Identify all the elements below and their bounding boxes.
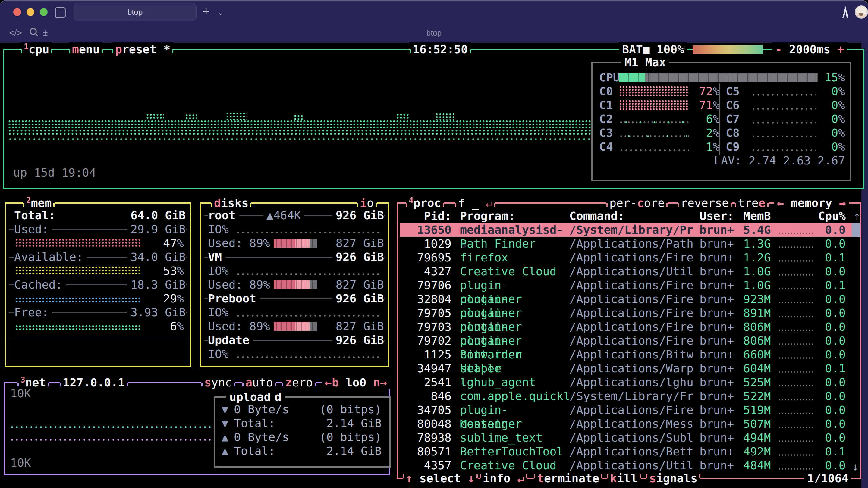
mem-total-row: Total: 64.0 GiB	[7, 208, 188, 222]
process-row[interactable]: 4357 Creative Cloud U /Applications/Util…	[400, 458, 861, 472]
process-mem: 5.4G	[743, 223, 777, 237]
process-row[interactable]: 78938 sublime_text /Applications/Subl br…	[400, 431, 861, 445]
core-row: C2 6% C7 0%	[594, 112, 848, 126]
net-sync-button[interactable]: sync	[201, 376, 235, 390]
process-row[interactable]: 79702 plugin-container /Applications/Fir…	[400, 334, 861, 348]
process-row[interactable]: 13650 mediaanalysisd-a /System/Library/P…	[400, 223, 861, 237]
process-mem: 484M	[743, 458, 777, 472]
process-cpu: 0.0	[811, 375, 846, 389]
core-graph	[619, 86, 689, 97]
process-pid: 1125	[401, 348, 452, 361]
sidebar-toggle-icon[interactable]	[55, 7, 66, 18]
process-row[interactable]: 32804 plugin-container /Applications/Fir…	[400, 292, 861, 306]
process-user: brun+	[700, 251, 742, 264]
process-cpu: 0.0	[811, 334, 846, 348]
mem-used-row: Used: 29.9 GiB	[7, 222, 188, 236]
core-row: C3 2% C8 0%	[594, 126, 848, 140]
sort-selector[interactable]: ← memory →	[774, 196, 849, 210]
minimize-button[interactable]	[27, 8, 34, 16]
mem-cached-meter	[15, 297, 142, 303]
terminal-tab[interactable]: btop	[73, 3, 196, 21]
interval-increase-button[interactable]: +	[837, 43, 844, 56]
process-pid: 79703	[401, 320, 452, 334]
process-program: Creative Cloud U	[460, 458, 568, 472]
process-row[interactable]: 79695 firefox /Applications/Fire brun+ 1…	[400, 251, 861, 264]
mem-free-row: Free: 3.93 GiB	[7, 305, 188, 319]
user-avatar[interactable]	[855, 5, 868, 19]
update-interval: - 2000ms +	[772, 42, 847, 56]
load-average: LAV: 2.74 2.63 2.67	[714, 154, 845, 167]
disks-io-toggle[interactable]: io	[357, 196, 377, 210]
process-mem-history	[778, 412, 812, 415]
net-interface-switcher[interactable]: ←b lo0 n→	[322, 376, 390, 390]
new-tab-button[interactable]: +	[203, 5, 210, 18]
scroll-down-icon[interactable]: ↓	[852, 460, 859, 473]
process-program: plugin-container	[460, 306, 568, 320]
select-hint[interactable]: ↑ select ↓	[403, 471, 478, 485]
process-row[interactable]: 80048 Messenger /Applications/Mess brun+…	[400, 417, 861, 431]
process-user: brun+	[700, 445, 742, 458]
process-cpu: 0.0	[811, 348, 846, 361]
process-cpu: 0.0	[811, 389, 846, 403]
enter-icon: ↵	[486, 196, 493, 210]
proc-section: 4proc f _ ↵ per-core reverse tree ← memo…	[397, 202, 861, 479]
proc-filter-input[interactable]: f _ ↵	[455, 196, 495, 210]
clock: 16:52:50	[410, 42, 471, 56]
scroll-up-icon[interactable]: ↑	[854, 209, 861, 223]
signals-button[interactable]: signals	[646, 471, 701, 485]
process-command: /Applications/Fire	[569, 292, 699, 306]
process-row[interactable]: 79703 plugin-container /Applications/Fir…	[400, 320, 861, 334]
process-cpu: 0.1	[811, 361, 846, 375]
disk-io-row: IO%	[203, 305, 386, 319]
process-program: firefox	[460, 251, 568, 264]
process-row[interactable]: 79705 plugin-container /Applications/Fir…	[400, 306, 861, 320]
menu-button[interactable]: menu	[69, 42, 103, 56]
reverse-toggle[interactable]: reverse	[678, 196, 732, 210]
process-mem-history	[778, 384, 812, 387]
process-row[interactable]: 34705 plugin-container /Applications/Fir…	[400, 403, 861, 417]
tree-toggle[interactable]: tree	[735, 196, 769, 210]
process-row[interactable]: 846 com.apple.quickl /System/Library/Fr …	[400, 389, 861, 403]
disk-io-row: IO%	[203, 264, 386, 278]
proc-title: 4proc	[406, 196, 444, 210]
disk-used-row: Used: 89% 827 GiB	[203, 319, 386, 333]
process-table-header: Pid: Program: Command: User: MemB Cpu% ↑	[400, 209, 861, 223]
download-total-row: ▼ Total: 2.14 GiB	[217, 416, 388, 430]
close-button[interactable]	[13, 8, 21, 16]
process-row[interactable]: 4327 Creative Cloud /Applications/Util b…	[400, 264, 861, 278]
net-zero-button[interactable]: zero	[282, 376, 316, 390]
interval-decrease-button[interactable]: -	[775, 43, 782, 56]
net-scale-bottom: 10K	[10, 456, 31, 469]
process-row[interactable]: 1029 Path Finder /Applications/Path brun…	[400, 237, 861, 251]
process-command: /Applications/Fire	[569, 278, 699, 292]
process-mem-history	[778, 329, 812, 332]
preset-button[interactable]: preset *	[112, 42, 173, 56]
process-row[interactable]: 80571 BetterTouchTool /Applications/Bett…	[400, 445, 861, 458]
core-graph	[619, 135, 689, 138]
net-auto-button[interactable]: auto	[242, 376, 276, 390]
process-mem-history	[778, 260, 812, 262]
zoom-button[interactable]	[40, 8, 48, 16]
upload-arrow-icon: ▲	[221, 444, 228, 458]
kill-button[interactable]: kill	[607, 471, 641, 485]
process-pid: 34947	[401, 361, 452, 375]
process-row[interactable]: 34947 stable /Applications/Warp brun+ 60…	[400, 361, 861, 375]
cpu-total-row: CPU 15%	[594, 70, 848, 84]
tab-list-chevron-icon[interactable]: ⌄	[218, 8, 224, 17]
mem-free-meter-row: 6%	[7, 319, 188, 333]
info-button[interactable]: info ↵	[480, 471, 527, 485]
process-pid: 4327	[401, 264, 452, 278]
process-row[interactable]: 1125 Bitwarden Helper /Applications/Bitw…	[400, 348, 861, 361]
process-row[interactable]: 2541 lghub_agent /Applications/lghu brun…	[400, 375, 861, 389]
process-user: brun+	[700, 417, 742, 431]
process-mem: 519M	[743, 403, 777, 417]
process-user: brun+	[700, 375, 742, 389]
process-user: brun+	[700, 361, 742, 375]
process-cpu: 0.0	[811, 417, 846, 431]
process-mem-history	[778, 357, 812, 359]
terminate-button[interactable]: terminate	[534, 471, 602, 485]
per-core-toggle[interactable]: per-core	[607, 196, 668, 210]
process-mem: 492M	[743, 445, 777, 458]
process-program: Bitwarden Helper	[460, 348, 568, 361]
process-row[interactable]: 79706 plugin-container /Applications/Fir…	[400, 278, 861, 292]
